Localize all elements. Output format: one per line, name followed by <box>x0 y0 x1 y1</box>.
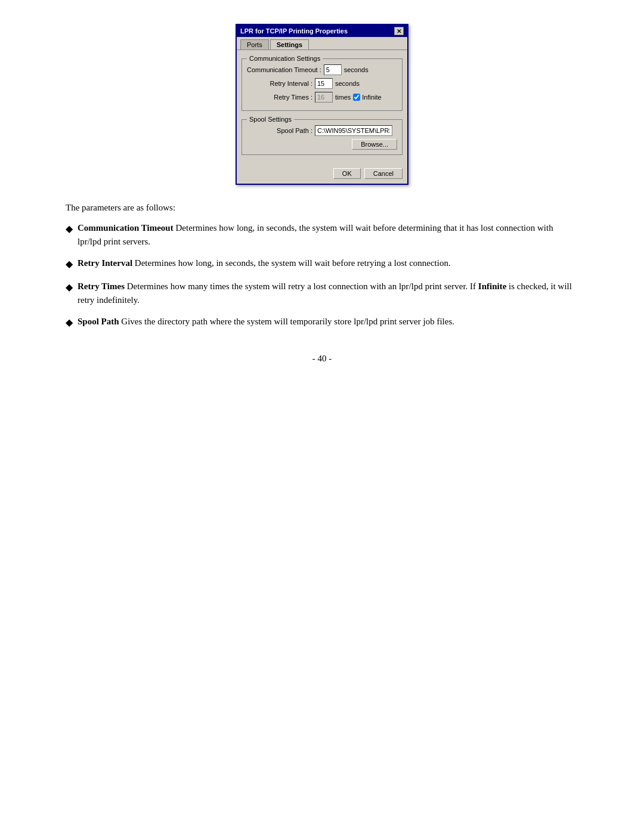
bullet-icon: ◆ <box>66 222 73 236</box>
list-item: ◆ Retry Times Determines how many times … <box>66 280 578 306</box>
ok-button[interactable]: OK <box>333 168 361 179</box>
infinite-checkbox[interactable] <box>353 94 360 101</box>
comm-settings-legend: Communication Settings <box>247 55 323 62</box>
timeout-unit: seconds <box>344 66 369 73</box>
term-communication-timeout: Communication Timeout <box>78 223 174 233</box>
cancel-button[interactable]: Cancel <box>364 168 402 179</box>
bullet-content: Spool Path Gives the directory path wher… <box>78 315 578 329</box>
timeout-input[interactable] <box>324 64 342 75</box>
infinite-label: Infinite <box>362 94 381 101</box>
retry-times-text: Determines how many times the system wil… <box>127 281 478 291</box>
bullet-icon: ◆ <box>66 315 73 330</box>
list-item: ◆ Retry Interval Determines how long, in… <box>66 256 578 271</box>
list-item: ◆ Communication Timeout Determines how l… <box>66 221 578 248</box>
browse-row: Browse... <box>247 139 397 150</box>
bullet-list: ◆ Communication Timeout Determines how l… <box>66 221 578 330</box>
retry-times-unit: times <box>335 94 351 101</box>
retry-interval-unit: seconds <box>335 80 360 87</box>
bullet-icon: ◆ <box>66 280 73 295</box>
bullet-content: Retry Interval Determines how long, in s… <box>78 256 578 270</box>
dialog-wrapper: LPR for TCP/IP Printing Properties ✕ Por… <box>36 24 608 185</box>
retry-interval-text: Determines how long, in seconds, the sys… <box>135 258 451 268</box>
spool-settings-group: Spool Settings Spool Path : Browse... <box>242 116 402 155</box>
retry-times-input[interactable] <box>315 92 333 103</box>
infinite-checkbox-row: Infinite <box>353 94 381 101</box>
spool-settings-legend: Spool Settings <box>247 116 294 123</box>
dialog-title: LPR for TCP/IP Printing Properties <box>240 27 348 35</box>
retry-interval-label: Retry Interval : <box>247 80 312 87</box>
dialog: LPR for TCP/IP Printing Properties ✕ Por… <box>236 24 408 185</box>
bullet-icon: ◆ <box>66 257 73 271</box>
close-button[interactable]: ✕ <box>394 27 404 35</box>
tab-ports[interactable]: Ports <box>240 39 269 49</box>
dialog-body: Communication Settings Communication Tim… <box>237 50 407 165</box>
intro-paragraph: The parameters are as follows: <box>66 203 578 213</box>
timeout-row: Communication Timeout : seconds <box>247 64 397 75</box>
dialog-buttons: OK Cancel <box>237 165 407 184</box>
dialog-tabs: Ports Settings <box>237 37 407 50</box>
term-retry-times: Retry Times <box>78 281 125 291</box>
bullet-content: Retry Times Determines how many times th… <box>78 280 578 306</box>
retry-interval-row: Retry Interval : seconds <box>247 78 397 89</box>
timeout-label: Communication Timeout : <box>247 66 321 73</box>
main-text: The parameters are as follows: ◆ Communi… <box>54 203 590 364</box>
bullet-content: Communication Timeout Determines how lon… <box>78 221 578 248</box>
spool-path-input[interactable] <box>315 125 392 136</box>
browse-button[interactable]: Browse... <box>352 139 397 150</box>
term-spool-path: Spool Path <box>78 317 119 326</box>
list-item: ◆ Spool Path Gives the directory path wh… <box>66 315 578 330</box>
term-retry-interval: Retry Interval <box>78 258 132 268</box>
retry-interval-input[interactable] <box>315 78 333 89</box>
page-number: - 40 - <box>66 354 578 364</box>
spool-path-row: Spool Path : <box>247 125 397 136</box>
dialog-titlebar: LPR for TCP/IP Printing Properties ✕ <box>237 25 407 37</box>
retry-times-label: Retry Times : <box>247 94 312 101</box>
spool-path-text: Gives the directory path where the syste… <box>121 317 454 326</box>
page: LPR for TCP/IP Printing Properties ✕ Por… <box>36 24 608 364</box>
spool-path-label: Spool Path : <box>247 127 312 134</box>
retry-times-row: Retry Times : times Infinite <box>247 92 397 103</box>
comm-settings-group: Communication Settings Communication Tim… <box>242 55 402 111</box>
tab-settings[interactable]: Settings <box>270 39 309 49</box>
term-infinite: Infinite <box>478 281 507 291</box>
